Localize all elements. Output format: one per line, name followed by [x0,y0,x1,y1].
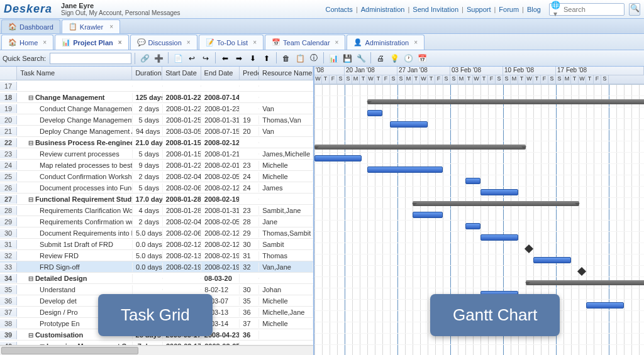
gantt-bar[interactable] [390,121,428,128]
gantt-bar[interactable] [367,99,644,104]
toolbar-btn-0[interactable]: 🔗 [138,52,151,65]
gantt-bar[interactable] [586,302,624,309]
gantt-bar[interactable] [367,110,382,116]
table-row[interactable]: 17 [0,80,313,92]
table-row[interactable]: 24Map related processes to best p9 days2… [0,160,313,171]
toolbar-btn-9[interactable]: 🗑 [280,52,292,65]
tab-close-icon[interactable]: × [253,39,257,46]
tab-close-icon[interactable]: × [187,39,191,46]
toolbar-btn-13[interactable]: 💾 [341,52,353,65]
toolbar-btn-12[interactable]: 📊 [327,52,340,65]
table-row[interactable]: 20Develop Change Management Pla5 days200… [0,114,313,126]
header-link-forum[interactable]: Forum [499,6,519,13]
toolbar-btn-14[interactable]: 🔧 [355,52,367,65]
gantt-row [314,164,644,175]
main-tab-dashboard[interactable]: 🏠Dashboard [1,19,60,33]
tab-close-icon[interactable]: × [118,39,122,46]
table-row[interactable]: 40Learning Management Syste7 days2008-03… [0,341,313,345]
table-row[interactable]: 37Design / Pro8-03-1336Michelle,Jane [0,307,313,318]
table-row[interactable]: 23Review current processes5 days2008-01-… [0,148,313,160]
toolbar-btn-10[interactable]: 📋 [294,52,306,65]
gantt-milestone[interactable] [525,244,533,253]
header-link-contacts[interactable]: Contacts [325,6,352,13]
toolbar-btn-4[interactable]: ↪ [199,52,212,65]
col-resource[interactable]: Resource Names [259,67,313,80]
table-row[interactable]: 27Functional Requirement Study17.0 days2… [0,194,313,205]
col-duration[interactable]: Duration [132,67,162,80]
header-link-administration[interactable]: Administration [361,6,405,13]
gantt-bar[interactable] [526,280,644,285]
toolbar-btn-18[interactable]: 📅 [416,52,428,65]
col-rownum[interactable] [0,67,17,80]
sub-tab-team-calendar[interactable]: 📅Team Calendar× [265,35,345,50]
tab-close-icon[interactable]: × [109,23,113,30]
table-row[interactable]: 22Business Process Re-engineerin21.0 day… [0,137,313,148]
table-row[interactable]: 34Detailed Design08-03-20 [0,273,313,284]
sub-tab-discussion[interactable]: 💬Discussion× [130,35,197,50]
tab-close-icon[interactable]: × [414,39,418,46]
table-row[interactable]: 35Understand8-02-1230Johan [0,284,313,295]
main-tab-krawler[interactable]: 📋Krawler× [62,19,120,33]
sub-tab-project-plan[interactable]: 📊Project Plan× [55,35,128,50]
table-row[interactable]: 30Document Requirements into FRD5.0 days… [0,227,313,239]
table-row[interactable]: 18Change Management125 days2008-01-22200… [0,92,313,103]
col-startdate[interactable]: Start Date [162,67,201,80]
gantt-bar[interactable] [480,189,518,195]
gantt-bar[interactable] [480,291,518,297]
gantt-bar[interactable] [413,212,443,218]
grid-body[interactable]: 1718Change Management125 days2008-01-222… [0,80,313,345]
gantt-day-header: T [375,75,382,84]
gantt-bar[interactable] [413,201,579,206]
gantt-bar[interactable] [480,234,518,241]
table-row[interactable]: 21Deploy Change Management Act94 days200… [0,126,313,137]
header-link-send-invitation[interactable]: Send Invitation [413,6,458,13]
gantt-body[interactable] [314,85,644,355]
user-links[interactable]: Sign Out, My Account, Personal Messages [61,9,180,17]
duration: 5 days [133,183,163,192]
col-enddate[interactable]: End Date [201,67,240,80]
table-row[interactable]: 39Customisation28 days2008-03-172008-04-… [0,329,313,341]
table-row[interactable]: 38Prototype En8-03-1437Michelle [0,318,313,329]
header-link-support[interactable]: Support [467,6,491,13]
toolbar-btn-3[interactable]: ↩ [186,52,198,65]
sub-tab-home[interactable]: 🏠Home× [1,35,53,50]
toolbar-btn-15[interactable]: 🖨 [374,52,387,65]
search-input[interactable] [561,4,624,14]
sub-tab-administration[interactable]: 👤Administration× [347,35,425,50]
sub-tab-to-do-list[interactable]: 📝To-Do List× [199,35,264,50]
toolbar-btn-2[interactable]: 📄 [172,52,184,65]
toolbar-btn-7[interactable]: ⬇ [247,52,259,65]
resource [259,142,313,143]
toolbar-btn-11[interactable]: ⓘ [308,52,320,65]
tab-close-icon[interactable]: × [335,39,339,46]
toolbar-btn-6[interactable]: ➡ [233,52,245,65]
gantt-bar[interactable] [465,178,480,184]
grid-hscroll[interactable] [0,345,313,355]
table-row[interactable]: 19Conduct Change Management Pla2 days200… [0,103,313,114]
header-link-blog[interactable]: Blog [527,6,541,13]
tab-close-icon[interactable]: × [43,39,47,46]
search-button[interactable]: 🔍 [629,3,640,16]
table-row[interactable]: 28Requirements Clarification Works4 days… [0,205,313,216]
table-row[interactable]: 36Develop det8-03-0735Michelle [0,295,313,307]
gantt-bar[interactable] [314,155,362,161]
gantt-bar[interactable] [533,257,571,263]
col-task[interactable]: Task Name [17,67,132,80]
table-row[interactable]: 32Review FRD5.0 days2008-02-132008-02-19… [0,250,313,261]
table-row[interactable]: 31Submit 1st Draft of FRD0.0 days2008-02… [0,239,313,250]
table-row[interactable]: 29Requirements Confirmation work2 days20… [0,216,313,227]
toolbar-btn-17[interactable]: 🕐 [402,52,414,65]
gantt-bar[interactable] [465,223,480,229]
toolbar-btn-1[interactable]: ➕ [152,52,165,65]
table-row[interactable]: 33FRD Sign-off0.0 days2008-02-192008-02-… [0,261,313,273]
gantt-milestone[interactable] [577,267,586,276]
table-row[interactable]: 26Document processes into Functi5 days20… [0,182,313,194]
col-predecessor[interactable]: Prede [240,67,259,80]
toolbar-btn-5[interactable]: ⬅ [219,52,231,65]
quick-search-input[interactable] [50,53,131,64]
table-row[interactable]: 25Conduct Confirmation Workshop2 days200… [0,171,313,182]
gantt-bar[interactable] [367,167,443,173]
toolbar-btn-8[interactable]: ⬆ [260,52,273,65]
toolbar-btn-16[interactable]: 💡 [388,52,401,65]
gantt-bar[interactable] [314,145,526,150]
